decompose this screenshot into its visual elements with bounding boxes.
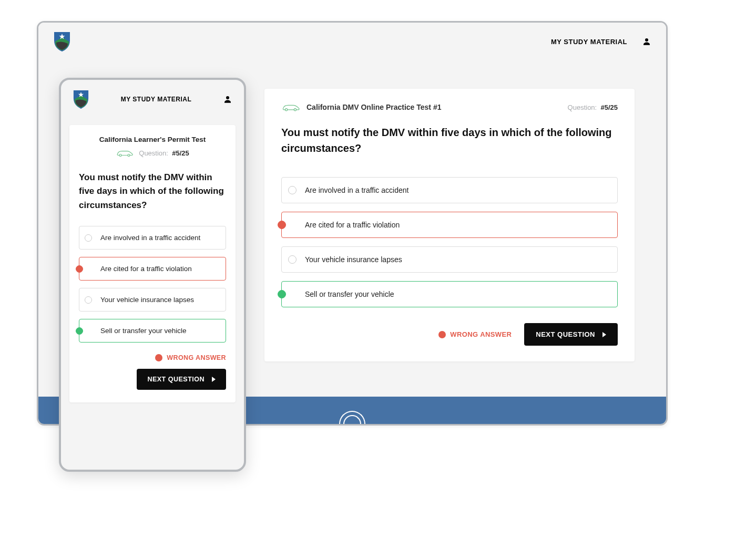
- option-text: Sell or transfer your vehicle: [305, 290, 394, 298]
- option-3[interactable]: Your vehicle insurance lapses: [281, 246, 618, 273]
- wrong-answer-label: WRONG ANSWER: [79, 354, 226, 361]
- option-2[interactable]: Are cited for a traffic violation: [281, 212, 618, 238]
- test-title: California Learner's Permit Test: [79, 136, 226, 143]
- next-button-label: NEXT QUESTION: [536, 330, 595, 338]
- option-text: Are cited for a traffic violation: [305, 221, 400, 229]
- radio-icon: [76, 327, 83, 335]
- wrong-answer-label: WRONG ANSWER: [438, 330, 512, 338]
- next-row: NEXT QUESTION: [79, 369, 226, 390]
- radio-icon: [85, 234, 92, 242]
- option-text: Your vehicle insurance lapses: [100, 296, 194, 304]
- footer-arc-icon: [339, 411, 365, 424]
- question-counter-row: Question: #5/25: [79, 149, 226, 157]
- option-text: Are involved in a traffic accident: [100, 234, 200, 242]
- quiz-card: California DMV Online Practice Test #1 Q…: [264, 89, 635, 361]
- radio-icon: [288, 186, 297, 194]
- option-2[interactable]: Are cited for a traffic violation: [79, 257, 226, 281]
- next-question-button[interactable]: NEXT QUESTION: [137, 369, 226, 390]
- svg-point-1: [645, 38, 648, 42]
- option-4[interactable]: Sell or transfer your vehicle: [281, 281, 618, 307]
- option-text: Are cited for a traffic violation: [100, 265, 192, 273]
- my-study-material-link[interactable]: MY STUDY MATERIAL: [551, 38, 627, 46]
- radio-icon: [278, 221, 286, 229]
- radio-icon: [85, 296, 92, 304]
- option-4[interactable]: Sell or transfer your vehicle: [79, 319, 226, 343]
- mobile-device-frame: MY STUDY MATERIAL California Learner's P…: [59, 78, 246, 472]
- option-1[interactable]: Are involved in a traffic accident: [79, 226, 226, 250]
- test-title: California DMV Online Practice Test #1: [307, 103, 441, 111]
- user-icon[interactable]: [642, 37, 651, 46]
- option-1[interactable]: Are involved in a traffic accident: [281, 177, 618, 203]
- question-text: You must notify the DMV within five days…: [281, 125, 618, 156]
- car-icon: [116, 149, 134, 157]
- svg-point-5: [226, 96, 229, 99]
- svg-point-2: [285, 109, 288, 111]
- radio-icon: [76, 265, 83, 273]
- arrow-right-icon: [212, 377, 216, 382]
- header-right-group: MY STUDY MATERIAL: [551, 37, 651, 46]
- feedback-row: WRONG ANSWER NEXT QUESTION: [281, 323, 618, 346]
- desktop-header: MY STUDY MATERIAL: [38, 23, 666, 57]
- option-text: Are involved in a traffic accident: [305, 186, 408, 194]
- question-counter: Question: #5/25: [139, 149, 189, 157]
- question-number: #5/25: [172, 149, 189, 157]
- user-icon[interactable]: [223, 95, 232, 104]
- question-number: #5/25: [600, 103, 618, 111]
- svg-point-3: [294, 109, 296, 111]
- wrong-answer-text: WRONG ANSWER: [450, 330, 512, 338]
- radio-icon: [278, 290, 286, 298]
- question-counter: Question: #5/25: [568, 103, 618, 111]
- options-list: Are involved in a traffic accident Are c…: [79, 226, 226, 343]
- my-study-material-link[interactable]: MY STUDY MATERIAL: [121, 96, 192, 103]
- shield-logo-icon: [73, 89, 89, 109]
- svg-point-7: [128, 154, 130, 157]
- quiz-header-left: California DMV Online Practice Test #1: [281, 102, 441, 112]
- question-text: You must notify the DMV within five days…: [79, 171, 226, 212]
- wrong-answer-text: WRONG ANSWER: [167, 354, 226, 361]
- option-3[interactable]: Your vehicle insurance lapses: [79, 288, 226, 312]
- question-label: Question:: [139, 149, 168, 157]
- option-text: Sell or transfer your vehicle: [100, 327, 187, 335]
- quiz-header-row: California DMV Online Practice Test #1 Q…: [281, 102, 618, 112]
- next-question-button[interactable]: NEXT QUESTION: [524, 323, 618, 346]
- question-label: Question:: [568, 103, 597, 111]
- radio-icon: [288, 255, 297, 264]
- option-text: Your vehicle insurance lapses: [305, 255, 402, 264]
- shield-logo-icon: [53, 31, 71, 52]
- mobile-header: MY STUDY MATERIAL: [61, 80, 244, 116]
- car-icon: [281, 102, 300, 112]
- svg-point-6: [119, 154, 121, 157]
- next-button-label: NEXT QUESTION: [147, 376, 205, 383]
- wrong-dot-icon: [438, 331, 446, 338]
- wrong-dot-icon: [155, 354, 162, 361]
- quiz-card: California Learner's Permit Test Questio…: [69, 125, 236, 402]
- options-list: Are involved in a traffic accident Are c…: [281, 177, 618, 307]
- arrow-right-icon: [602, 332, 606, 337]
